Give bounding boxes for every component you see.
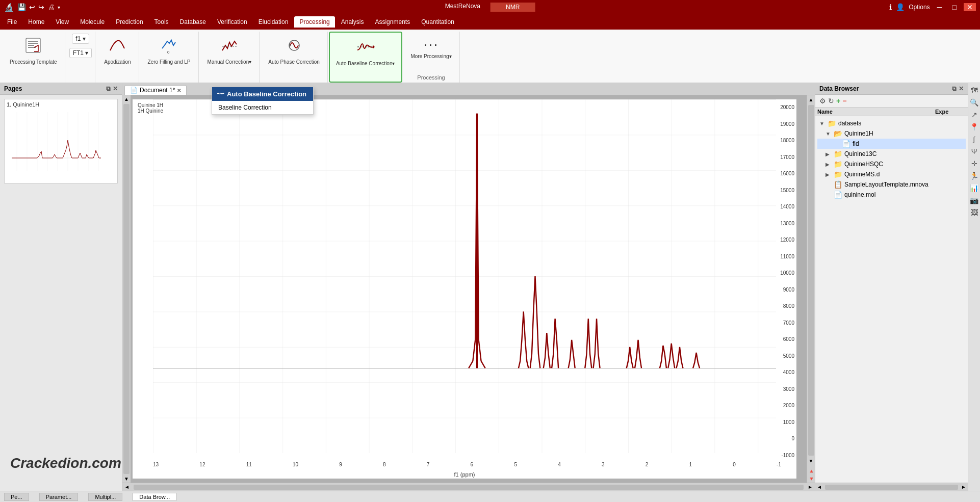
tree-item-quinine1h[interactable]: ▼ 📂 Quinine1H — [817, 128, 966, 139]
tree-item-sample-layout[interactable]: ▶ 📋 SampleLayoutTemplate.mnova — [817, 179, 966, 190]
rs-icon-7[interactable]: ✛ — [970, 158, 978, 169]
chart-wrapper: ▲ ▼ Quinine 1H 1H Quinine — [122, 95, 807, 483]
f1-btn[interactable]: f1 ▾ — [72, 34, 89, 44]
f1-group: f1 ▾ FT1 ▾ — [66, 32, 96, 83]
rs-icon-2[interactable]: 🔍 — [969, 97, 979, 108]
db-close-btn[interactable]: ✕ — [959, 85, 964, 92]
menu-file[interactable]: File — [2, 16, 22, 28]
rs-icon-8[interactable]: 🏃 — [969, 171, 979, 181]
options-label[interactable]: Options — [909, 4, 930, 11]
tree-item-datasets[interactable]: ▼ 📁 datasets — [817, 118, 966, 128]
menu-database[interactable]: Database — [175, 16, 211, 28]
quinine1h-label: Quinine1H — [844, 130, 873, 137]
tree-item-fid[interactable]: ▶ 📄 fid — [817, 139, 966, 149]
quick-save[interactable]: 💾 — [17, 3, 26, 11]
db-hscroll[interactable]: ◄ ► — [815, 483, 968, 491]
doc-tab-close[interactable]: ✕ — [177, 88, 181, 93]
rs-icon-11[interactable]: 🖼 — [970, 207, 979, 218]
menu-analysis[interactable]: Analysis — [336, 16, 369, 28]
processing-template-btn[interactable]: Processing Template — [6, 34, 61, 67]
ft1-btn[interactable]: FT1 ▾ — [69, 48, 92, 58]
scroll-left-btn[interactable]: ◄ — [122, 484, 132, 490]
doc-tab-1[interactable]: 📄 Document 1* ✕ — [124, 85, 187, 95]
auto-baseline-btn[interactable]: Auto Baseline Correction▾ — [333, 34, 398, 68]
menu-view[interactable]: View — [50, 16, 74, 28]
scroll-right-btn[interactable]: ► — [806, 484, 815, 490]
pages-panel: Pages ⧉ ✕ 1. Quinine1H — [0, 83, 122, 491]
apodization-icon — [108, 36, 126, 58]
db-add-btn[interactable]: + — [836, 97, 840, 105]
right-scrollbar[interactable]: ▲ ▼ 🔺 🔻 — [807, 95, 815, 483]
rs-icon-9[interactable]: 📊 — [969, 183, 979, 193]
manual-correction-btn[interactable]: Manual Correction▾ — [204, 34, 255, 67]
tree-item-quinineHSQC[interactable]: ▶ 📁 QuinineHSQC — [817, 159, 966, 169]
auto-phase-btn[interactable]: Auto Phase Correction — [265, 34, 323, 67]
menu-elucidation[interactable]: Elucidation — [253, 16, 294, 28]
y-label-15000: 15000 — [780, 188, 794, 193]
print-btn[interactable]: 🖨 — [47, 3, 55, 11]
menu-molecule[interactable]: Molecule — [75, 16, 110, 28]
db-float-btn[interactable]: ⧉ — [952, 85, 957, 92]
manual-correction-group: Manual Correction▾ — [200, 32, 260, 83]
tree-arrow-datasets: ▼ — [819, 121, 826, 126]
svg-text:0: 0 — [167, 50, 170, 55]
menu-bar: File Home View Molecule Prediction Tools… — [0, 14, 980, 30]
tree-item-quinine13c[interactable]: ▶ 📁 Quinine13C — [817, 149, 966, 159]
dropdown-item-baseline[interactable]: Baseline Correction — [212, 101, 313, 114]
db-toolbar: ⚙ ↻ + − — [815, 95, 968, 108]
minimize-btn[interactable]: ─ — [934, 3, 945, 11]
horizontal-scrollbar[interactable]: ◄ ► — [122, 483, 815, 491]
rs-icon-10[interactable]: 📷 — [969, 195, 979, 205]
apodization-group: Apodization — [96, 32, 139, 83]
scroll-up-2[interactable]: ▲ — [807, 95, 815, 104]
apodization-btn[interactable]: Apodization — [100, 34, 134, 67]
rs-icon-4[interactable]: 📍 — [969, 122, 979, 132]
info-icon: ℹ — [889, 3, 892, 11]
db-refresh-btn[interactable]: ↻ — [828, 97, 834, 105]
close-btn[interactable]: ✕ — [964, 3, 976, 11]
status-tab-parameters[interactable]: Paramet... — [39, 493, 79, 501]
menu-verification[interactable]: Verification — [212, 16, 252, 28]
nmr-spectrum-svg — [153, 99, 776, 453]
scroll-down-btn[interactable]: ▼ — [123, 475, 130, 483]
scroll-down-2[interactable]: ▼ — [807, 457, 815, 465]
processing-template-group: Processing Template — [2, 32, 65, 83]
menu-quantitation[interactable]: Quantitation — [416, 16, 459, 28]
status-tab-params[interactable]: Pe... — [4, 493, 29, 501]
db-scroll-right[interactable]: ► — [960, 484, 968, 490]
rs-icon-5[interactable]: ∫ — [972, 134, 976, 144]
menu-processing[interactable]: Processing — [294, 16, 334, 28]
more-processing-btn[interactable]: ··· More Processing▾ — [407, 34, 455, 62]
undo-btn[interactable]: ↩ — [29, 3, 35, 11]
menu-assignments[interactable]: Assignments — [370, 16, 415, 28]
pages-panel-header: Pages ⧉ ✕ — [0, 83, 122, 95]
dropdown-arrow[interactable]: ▾ — [58, 5, 60, 10]
menu-prediction[interactable]: Prediction — [111, 16, 148, 28]
status-tab-multiplets[interactable]: Multipl... — [88, 493, 122, 501]
db-remove-btn[interactable]: − — [842, 97, 846, 105]
db-settings-btn[interactable]: ⚙ — [819, 97, 826, 105]
redo-btn[interactable]: ↪ — [38, 3, 44, 11]
tree-item-quinine-mol[interactable]: ▶ 📄 quinine.mol — [817, 190, 966, 200]
rs-icon-3[interactable]: ↗ — [970, 110, 978, 120]
y-label-neg1000: -1000 — [780, 453, 794, 458]
ribbon: Processing Template f1 ▾ FT1 ▾ Apodizati… — [0, 30, 980, 83]
page-thumbnail-1[interactable]: 1. Quinine1H — [4, 99, 118, 183]
dropdown-header: 〰 Auto Baseline Correction — [212, 87, 313, 101]
pages-close-btn[interactable]: ✕ — [113, 85, 118, 92]
menu-home[interactable]: Home — [23, 16, 49, 28]
zero-filling-btn[interactable]: 0 Zero Filling and LP — [144, 34, 194, 67]
menu-tools[interactable]: Tools — [149, 16, 174, 28]
pages-float-btn[interactable]: ⧉ — [106, 85, 111, 92]
rs-icon-6[interactable]: Ψ — [970, 146, 978, 156]
rs-icon-1[interactable]: 🗺 — [970, 85, 979, 95]
maximize-btn[interactable]: □ — [949, 3, 960, 11]
db-scroll-left[interactable]: ◄ — [815, 484, 823, 490]
zoom-down[interactable]: 🔻 — [807, 475, 815, 483]
scroll-up-btn[interactable]: ▲ — [123, 95, 130, 103]
pages-title: Pages — [4, 85, 22, 92]
datasets-label: datasets — [838, 120, 861, 127]
status-tab-data-browser[interactable]: Data Brow... — [133, 493, 176, 501]
tree-item-quinineMS[interactable]: ▶ 📁 QuinineMS.d — [817, 169, 966, 179]
zoom-up[interactable]: 🔺 — [807, 467, 815, 475]
